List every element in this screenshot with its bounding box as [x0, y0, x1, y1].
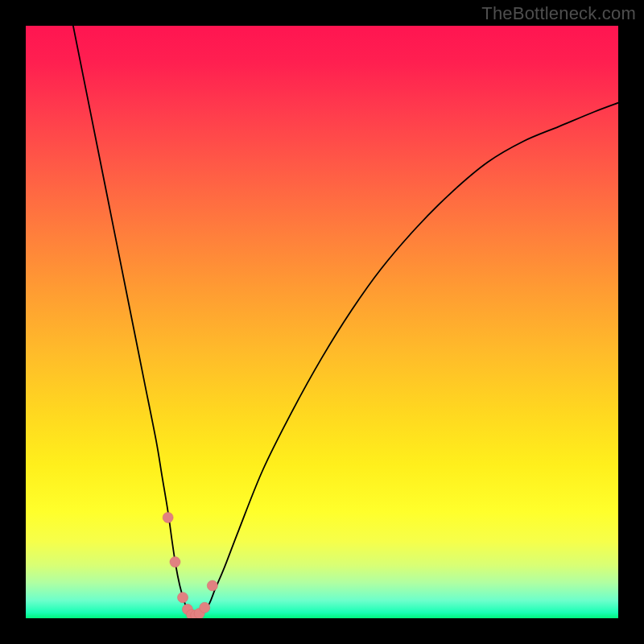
curve-marker	[207, 580, 217, 591]
bottleneck-curve	[73, 26, 618, 616]
curve-marker	[178, 592, 188, 603]
plot-area	[26, 26, 618, 618]
curve-marker	[200, 602, 210, 613]
curve-marker	[170, 557, 180, 568]
watermark-text: TheBottleneck.com	[481, 3, 636, 24]
curve-marker	[163, 512, 173, 522]
chart-frame: TheBottleneck.com	[0, 0, 644, 644]
curve-svg	[26, 26, 618, 618]
